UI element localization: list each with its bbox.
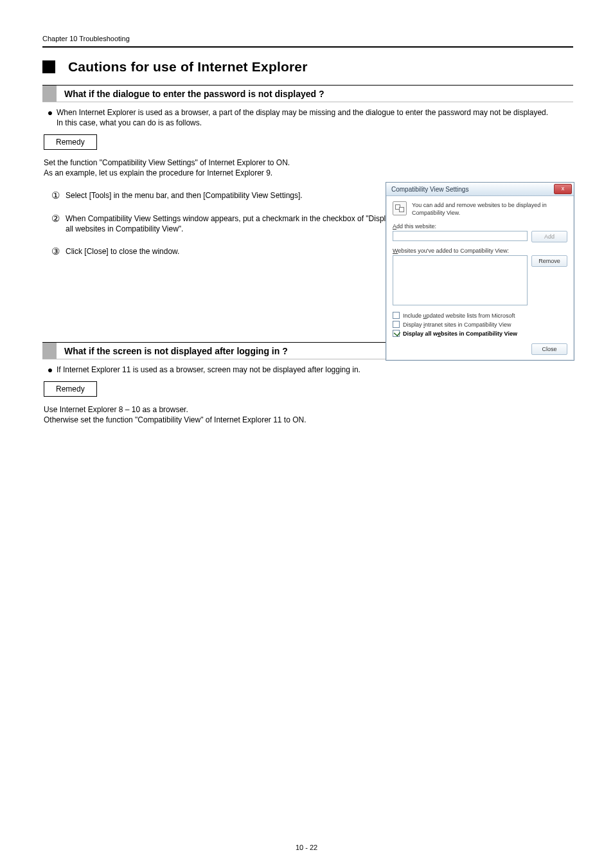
compatibility-view-dialog: Compatibility View Settings x You can ad… (386, 182, 574, 361)
bullet-icon: ● (44, 365, 57, 375)
bullet-icon: ● (44, 107, 57, 128)
add-button[interactable]: Add (531, 231, 567, 242)
remedy-label-box: Remedy (44, 381, 97, 397)
field-label: Add this website: (393, 223, 567, 230)
dialog-title: Compatibility View Settings (391, 186, 468, 193)
checkbox-label: Display all websites in Compatibility Vi… (403, 330, 517, 337)
added-websites-list[interactable] (393, 255, 528, 305)
close-button[interactable]: Close (531, 343, 567, 355)
step-text: Click [Close] to close the window. (66, 246, 179, 257)
display-intranet-checkbox[interactable] (393, 321, 400, 328)
dialog-info-text: You can add and remove websites to be di… (412, 201, 567, 217)
section-title: Cautions for use of Internet Explorer (68, 59, 308, 75)
step-number-3: ③ (44, 246, 66, 257)
checkbox-label: Display intranet sites in Compatibility … (403, 321, 511, 328)
subsection-title: What if the dialogue to enter the passwo… (57, 86, 573, 102)
section-bullet (42, 60, 55, 73)
checkbox-label: Include updated website lists from Micro… (403, 312, 515, 319)
close-icon[interactable]: x (554, 184, 572, 194)
step-text: Select [Tools] in the menu bar, and then… (66, 190, 303, 201)
subsection-bullet (42, 86, 57, 102)
remedy-label-box: Remedy (44, 134, 97, 150)
subsection-bullet (42, 343, 57, 359)
body-text: If Internet Explorer 11 is used as a bro… (57, 365, 360, 375)
display-all-checkbox[interactable] (393, 330, 400, 337)
torn-page-icon (393, 201, 407, 215)
step-number-2: ② (44, 213, 66, 224)
chapter-title: Chapter 10 Troubleshooting (42, 35, 573, 42)
chapter-rule (42, 46, 573, 48)
add-website-input[interactable] (393, 231, 528, 241)
body-text: When Internet Explorer is used as a brow… (57, 107, 548, 128)
field-label: Websites you've added to Compatibility V… (393, 248, 567, 254)
step-number-1: ① (44, 190, 66, 201)
remove-button[interactable]: Remove (531, 255, 567, 267)
page-number: 10 - 22 (0, 844, 613, 851)
include-updated-lists-checkbox[interactable] (393, 312, 400, 319)
step-text: When Compatibility View Settings window … (66, 213, 400, 234)
body-text: Set the function "Compatibility View Set… (44, 158, 573, 178)
body-text: Use Internet Explorer 8 – 10 as a browse… (44, 404, 573, 425)
